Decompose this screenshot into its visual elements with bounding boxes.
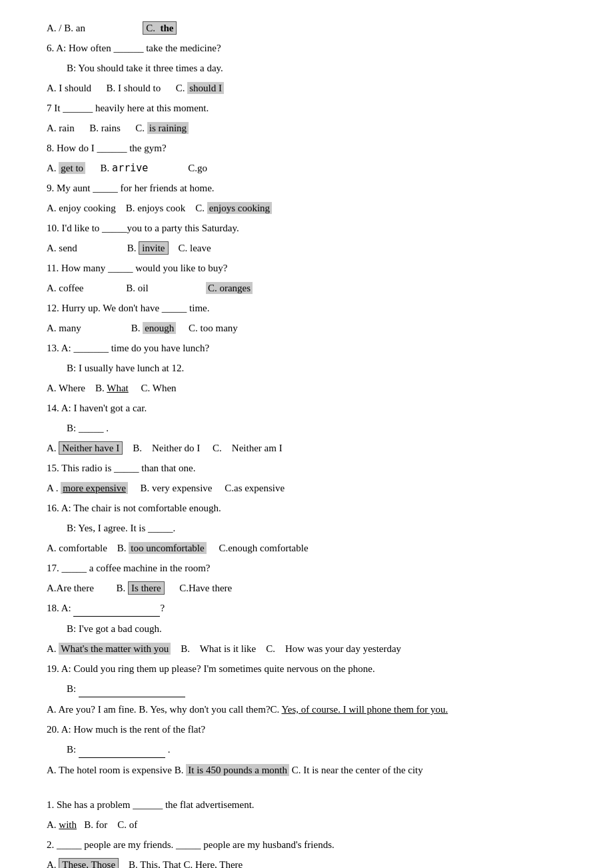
line-10: A. enjoy cooking B. enjoys cook C. enjoy…: [47, 200, 573, 216]
line-30: 18. A: ?: [47, 600, 573, 617]
text: A. Are you? I am fine. B. Yes, why don't…: [47, 704, 282, 715]
answer-22: Neither have I: [59, 441, 123, 455]
text: A. send B.: [47, 243, 139, 253]
line-2: 6. A: How often ______ take the medicine…: [47, 40, 573, 56]
line-17: 13. A: _______ time do you have lunch?: [47, 340, 573, 356]
answer-10: enjoys cooking: [207, 202, 272, 214]
answer-38: It is 450 pounds a month: [186, 764, 289, 776]
text: A.: [47, 163, 59, 173]
text: A.Are there B.: [47, 583, 128, 593]
text: 1. She has a problem ______ the flat adv…: [47, 799, 255, 810]
text: B. This, That C. Here, There: [121, 859, 243, 868]
text: B: I've got a bad cough.: [67, 623, 162, 634]
answer-14: C. oranges: [206, 282, 253, 294]
text: C. It is near the center of the city: [292, 765, 423, 775]
line-6: A. rain B. rains C. is raining: [47, 120, 573, 136]
line-12: A. send B. invite C. leave: [47, 240, 573, 256]
line-31: B: I've got a bad cough.: [67, 621, 573, 637]
text: 9. My aunt _____ for her friends at home…: [47, 183, 215, 193]
text: C.Have there: [167, 583, 232, 593]
line-14: A. coffee B. oil C. oranges: [47, 280, 573, 296]
text: A.: [47, 643, 59, 654]
text: A.: [47, 859, 59, 868]
line-13: 11. How many _____ would you like to buy…: [47, 260, 573, 276]
line-38: A. The hotel room is expensive B. It is …: [47, 762, 573, 778]
line-32: A. What's the matter with you B. What is…: [47, 641, 573, 657]
text: A. coffee B. oil: [47, 283, 206, 293]
answer-27: too uncomfortable: [129, 542, 206, 554]
line-21: B: _____ .: [67, 420, 573, 436]
line-5: 7 It ______ heavily here at this moment.: [47, 100, 573, 116]
line-18: B: I usually have lunch at 12.: [67, 360, 573, 376]
text: A. enjoy cooking B. enjoys cook C.: [47, 203, 207, 213]
text: 8. How do I ______ the gym?: [47, 143, 167, 153]
line-33: 19. A: Could you ring them up please? I'…: [47, 661, 573, 677]
text: B. arrive C.go: [88, 163, 207, 173]
text: 19. A: Could you ring them up please? I'…: [47, 663, 375, 674]
line-29: A.Are there B. Is there C.Have there: [47, 580, 573, 596]
text: A. The hotel room is expensive B.: [47, 765, 186, 775]
line-37: B: .: [67, 741, 573, 758]
line-7: 8. How do I ______ the gym?: [47, 140, 573, 156]
text: 12. Hurry up. We don't have _____ time.: [47, 303, 210, 313]
line-22: A. Neither have I B. Neither do I C. Nei…: [47, 440, 573, 456]
text: B: I usually have lunch at 12.: [67, 363, 184, 373]
line-27: A. comfortable B. too uncomfortable C.en…: [47, 540, 573, 556]
text: A. rain B. rains C.: [47, 123, 147, 133]
text: B. very expensive C.as expensive: [131, 483, 285, 493]
line-1: A. / B. an C. the: [47, 20, 573, 36]
answer-24: more expensive: [61, 482, 128, 494]
answer-32: What's the matter with you: [59, 643, 171, 655]
line-24: A . more expensive B. very expensive C.a…: [47, 480, 573, 496]
line-34: B:: [67, 681, 573, 697]
section-gap: [47, 782, 573, 797]
text: 10. I'd like to _____you to a party this…: [47, 223, 239, 233]
answer-4: should I: [187, 82, 224, 94]
text: A.: [47, 819, 59, 830]
text: 18. A: ?: [47, 603, 165, 613]
text: A. many B.: [47, 323, 143, 333]
text: A. I should B. I should to C.: [47, 83, 187, 93]
line-16: A. many B. enough C. too many: [47, 320, 573, 336]
line-3: B: You should take it three times a day.: [67, 60, 573, 76]
text: A. / B. an: [47, 23, 85, 33]
line-23: 15. This radio is _____ than that one.: [47, 460, 573, 476]
text: A.: [47, 443, 59, 453]
text: A. Where B.: [47, 383, 107, 393]
line-4: A. I should B. I should to C. should I: [47, 80, 573, 96]
text: B:: [67, 683, 185, 694]
text: C. too many: [179, 323, 238, 333]
text: B: You should take it three times a day.: [67, 63, 223, 73]
line-20: 14. A: I haven't got a car.: [47, 400, 573, 416]
text: 2. _____ people are my friends. _____ pe…: [47, 839, 334, 850]
answer-40: with: [59, 819, 77, 830]
text: 7 It ______ heavily here at this moment.: [47, 103, 209, 113]
line-36: 20. A: How much is the rent of the flat?: [47, 721, 573, 737]
line-28: 17. _____ a coffee machine in the room?: [47, 560, 573, 576]
line-26: B: Yes, I agree. It is _____.: [67, 520, 573, 536]
answer-8: get to: [59, 162, 85, 174]
text: A. comfortable B.: [47, 543, 129, 553]
line-42: A. These, Those B. This, That C. Here, T…: [47, 857, 573, 868]
line-25: 16. A: The chair is not comfortable enou…: [47, 500, 573, 516]
text: B: _____ .: [67, 423, 109, 433]
line-40: A. with B. for C. of: [47, 817, 573, 833]
text: 13. A: _______ time do you have lunch?: [47, 343, 209, 353]
line-39: 1. She has a problem ______ the flat adv…: [47, 797, 573, 813]
answer-6: is raining: [147, 122, 189, 134]
text: A .: [47, 483, 59, 493]
line-19: A. Where B. What C. When: [47, 380, 573, 396]
line-8: A. get to B. arrive C.go: [47, 160, 573, 176]
line-35: A. Are you? I am fine. B. Yes, why don't…: [47, 701, 573, 717]
text: 16. A: The chair is not comfortable enou…: [47, 503, 221, 513]
text: 11. How many _____ would you like to buy…: [47, 263, 228, 273]
line-15: 12. Hurry up. We don't have _____ time.: [47, 300, 573, 316]
text: B: .: [67, 744, 170, 755]
text: B. Neither do I C. Neither am I: [125, 443, 283, 453]
text: C.enough comfortable: [209, 543, 308, 553]
answer-29: Is there: [128, 581, 165, 595]
answer-12: invite: [139, 241, 168, 255]
text: 17. _____ a coffee machine in the room?: [47, 563, 210, 573]
text: C. When: [131, 383, 177, 393]
text: 6. A: How often ______ take the medicine…: [47, 43, 221, 53]
